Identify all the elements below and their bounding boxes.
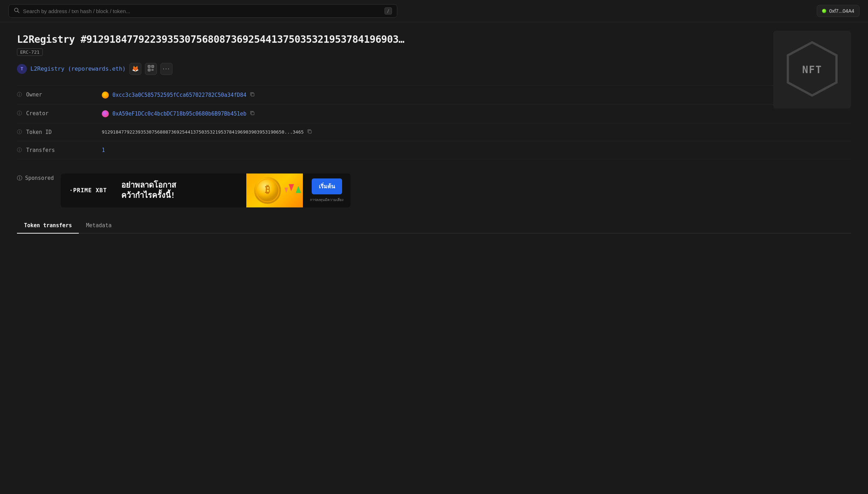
transfers-label: ⓘ Transfers xyxy=(17,147,95,153)
nft-hexagon: NFT xyxy=(784,41,840,99)
creator-value: 0xA59eF1DCc0c4bcbDC718b95c0680b6B97Bb451… xyxy=(102,110,851,117)
owner-value: 0xcc3c3a0C585752595fCca657022782C50a34fD… xyxy=(102,92,851,99)
svg-marker-20 xyxy=(285,188,288,193)
ad-coins-visual: ₿ xyxy=(246,174,303,207)
svg-rect-14 xyxy=(251,112,254,115)
tab-token-transfers[interactable]: Token transfers xyxy=(17,218,79,234)
ad-banner[interactable]: ·PRIME XBT อย่าพลาดโอกาส คว้ากำไรครั้งนี… xyxy=(61,174,351,207)
svg-marker-19 xyxy=(289,184,294,191)
ad-cta-button[interactable]: เริ่มต้น xyxy=(312,178,342,194)
svg-rect-11 xyxy=(152,70,152,71)
owner-info-icon: ⓘ xyxy=(17,92,23,98)
transfers-count[interactable]: 1 xyxy=(102,147,105,153)
svg-rect-13 xyxy=(251,93,254,96)
nft-label: NFT xyxy=(802,64,822,76)
tabs-row: Token transfers Metadata xyxy=(17,218,851,234)
svg-line-1 xyxy=(18,11,19,13)
search-input[interactable] xyxy=(23,8,381,14)
ad-thai-line1: อย่าพลาดโอกาส xyxy=(121,180,241,190)
search-icon xyxy=(14,7,19,14)
search-container: / xyxy=(8,4,397,18)
svg-rect-9 xyxy=(152,69,152,70)
transfers-info-icon: ⓘ xyxy=(17,147,23,153)
svg-rect-15 xyxy=(309,130,311,133)
sponsored-label: ⓘ Sponsored xyxy=(17,174,54,182)
sponsored-section: ⓘ Sponsored ·PRIME XBT อย่าพลาดโอกาส คว้… xyxy=(17,170,851,207)
contract-name[interactable]: L2Registry (reporewards.eth) xyxy=(30,65,126,72)
svg-rect-6 xyxy=(149,66,149,67)
owner-row: ⓘ Owner 0xcc3c3a0C585752595fCca657022782… xyxy=(17,86,851,105)
svg-rect-7 xyxy=(152,66,153,67)
transfers-row: ⓘ Transfers 1 xyxy=(17,141,851,159)
ad-cta-section: เริ่มต้น การลงทุนมีความเสี่ยง xyxy=(303,174,351,207)
creator-info-icon: ⓘ xyxy=(17,110,23,117)
contract-t-badge: T xyxy=(17,64,27,74)
slash-badge: / xyxy=(385,7,392,14)
owner-address[interactable]: 0xcc3c3a0C585752595fCca657022782C50a34fD… xyxy=(112,92,246,98)
token-id-number: 9129184779223935307568087369254413750353… xyxy=(102,129,304,135)
wallet-address: 0xf7...04A4 xyxy=(829,8,854,14)
ad-brand-section: ·PRIME XBT xyxy=(61,181,115,199)
svg-marker-21 xyxy=(296,186,301,193)
owner-label: ⓘ Owner xyxy=(17,92,95,98)
creator-dot xyxy=(102,110,109,117)
info-table: ⓘ Owner 0xcc3c3a0C585752595fCca657022782… xyxy=(17,86,851,159)
token-id-row: ⓘ Token ID 91291847792239353075680873692… xyxy=(17,123,851,141)
creator-label: ⓘ Creator xyxy=(17,110,95,117)
svg-rect-8 xyxy=(149,70,149,70)
wallet-status-dot xyxy=(822,9,826,13)
contract-row: T L2Registry (reporewards.eth) 🦊 xyxy=(17,63,851,75)
more-icon: ··· xyxy=(163,65,170,72)
transfers-value: 1 xyxy=(102,147,851,153)
nft-image-container: NFT xyxy=(773,31,851,108)
token-standard-badge: ERC-721 xyxy=(17,48,43,56)
creator-address[interactable]: 0xA59eF1DCc0c4bcbDC718b95c0680b6B97Bb451… xyxy=(112,111,246,117)
qr-button[interactable] xyxy=(145,63,157,75)
svg-rect-12 xyxy=(153,70,153,71)
owner-copy-icon[interactable] xyxy=(250,92,255,98)
token-id-label: ⓘ Token ID xyxy=(17,129,95,135)
metamask-button[interactable]: 🦊 xyxy=(129,63,141,75)
token-id-info-icon: ⓘ xyxy=(17,129,23,135)
ad-disclaimer: การลงทุนมีความเสี่ยง xyxy=(310,197,344,202)
svg-rect-10 xyxy=(153,69,153,70)
creator-row: ⓘ Creator 0xA59eF1DCc0c4bcbDC718b95c0680… xyxy=(17,105,851,123)
owner-dot xyxy=(102,92,109,99)
token-id-value: 9129184779223935307568087369254413750353… xyxy=(102,129,851,135)
ad-brand-name: ·PRIME XBT xyxy=(69,187,107,194)
creator-copy-icon[interactable] xyxy=(250,111,255,117)
svg-text:₿: ₿ xyxy=(265,184,270,195)
topbar: / 0xf7...04A4 xyxy=(0,0,868,22)
token-id-copy-icon[interactable] xyxy=(307,129,312,135)
metamask-icon: 🦊 xyxy=(132,65,139,72)
more-options-button[interactable]: ··· xyxy=(160,63,172,75)
page-title: L2Registry #9129184779223935307568087369… xyxy=(17,34,406,46)
ad-thai-line2: คว้ากำไรครั้งนี้! xyxy=(121,190,241,201)
wallet-button[interactable]: 0xf7...04A4 xyxy=(817,5,860,17)
sponsored-info-icon: ⓘ xyxy=(17,175,22,182)
qr-icon xyxy=(148,65,154,73)
tab-metadata[interactable]: Metadata xyxy=(79,218,118,234)
ad-text-section: อย่าพลาดโอกาส คว้ากำไรครั้งนี้! xyxy=(116,176,247,205)
main-content: NFT L2Registry #912918477922393530756808… xyxy=(0,22,868,248)
